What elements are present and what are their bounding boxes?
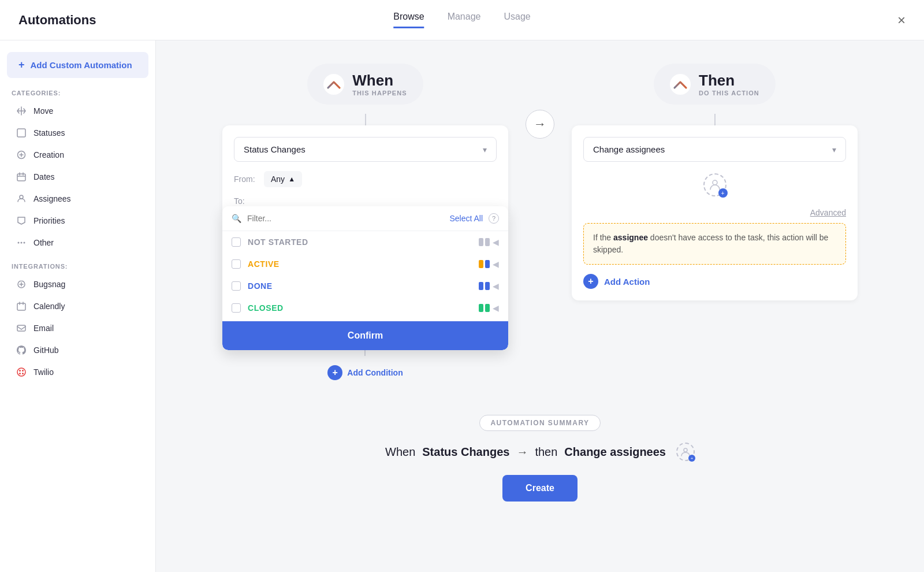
summary-label-wrapper: AUTOMATION SUMMARY [179,415,901,443]
when-panel-header: When THIS HAPPENS [307,64,423,105]
confirm-button[interactable]: Confirm [222,321,508,350]
tab-browse[interactable]: Browse [393,12,424,28]
when-title: When [352,72,407,90]
then-subtitle: DO THIS ACTION [699,90,759,96]
list-item[interactable]: ACTIVE ◀ [222,253,508,275]
from-any-button[interactable]: Any ▲ [264,171,302,187]
when-logo [323,74,344,95]
sidebar-item-assignees-label: Assignees [33,194,71,203]
select-all-button[interactable]: Select All [449,214,483,223]
done-checkbox[interactable] [232,281,241,291]
action-chevron-icon: ▾ [832,145,836,154]
then-panel: Then DO THIS ACTION Change assignees ▾ [572,64,858,300]
add-condition-plus-icon: + [327,365,342,380]
main-content: When THIS HAPPENS Status Changes ▾ From: [156,40,924,572]
connector-line-top [365,114,366,125]
priorities-icon [16,216,27,226]
arrow-connector: → [526,64,554,139]
trigger-select[interactable]: Status Changes ▾ [234,137,497,162]
add-custom-automation-label: Add Custom Automation [31,60,132,70]
tab-manage[interactable]: Manage [448,12,481,28]
dates-icon [16,172,27,182]
trigger-select-label: Status Changes [244,144,305,154]
sidebar-item-assignees[interactable]: Assignees [5,188,151,210]
github-icon [16,345,27,355]
not-started-label: NOT STARTED [248,237,308,247]
summary-trigger: Status Changes [422,445,509,459]
bar [485,238,490,246]
sidebar-item-dates[interactable]: Dates [5,166,151,188]
advanced-link[interactable]: Advanced [583,208,846,217]
dropdown-search-row: 🔍 Select All ? [222,206,508,231]
list-item[interactable]: CLOSED ◀ [222,297,508,319]
list-item[interactable]: NOT STARTED ◀ [222,231,508,253]
from-any-label: Any [271,174,285,184]
create-button[interactable]: Create [502,475,578,502]
action-select[interactable]: Change assignees ▾ [583,137,846,162]
search-input[interactable] [247,214,444,223]
done-bars: ◀ [479,281,499,291]
drag-handle-icon: ◀ [493,281,499,291]
from-chevron-icon: ▲ [288,175,295,183]
list-item[interactable]: DONE ◀ [222,275,508,297]
close-button[interactable]: × [897,12,906,28]
assignee-placeholder: + [583,162,846,208]
svg-point-22 [684,448,687,452]
sidebar-item-twilio[interactable]: Twilio [5,361,151,383]
svg-point-20 [22,373,24,374]
summary-text: When Status Changes → then Change assign… [179,443,901,461]
svg-point-10 [18,242,20,244]
categories-label: CATEGORIES: [0,80,155,100]
warning-box: If the assignee doesn't have access to t… [583,223,846,265]
then-connector-line-top [714,114,716,125]
sidebar-item-move[interactable]: Move [5,100,151,122]
tab-usage[interactable]: Usage [504,12,530,28]
drag-handle-icon: ◀ [493,303,499,313]
bar [479,260,483,268]
sidebar: + Add Custom Automation CATEGORIES: Move… [0,40,156,572]
automation-summary: AUTOMATION SUMMARY When Status Changes →… [179,415,901,502]
active-checkbox[interactable] [232,259,241,269]
creation-icon [16,150,27,160]
plus-icon: + [18,59,25,71]
bar [485,260,490,268]
avatar[interactable]: + [703,173,726,196]
done-label: DONE [248,281,273,291]
summary-text-prefix: When [385,445,415,459]
help-icon[interactable]: ? [489,213,499,224]
svg-point-16 [17,368,25,376]
then-title-group: Then DO THIS ACTION [699,72,759,96]
sidebar-item-github[interactable]: GitHub [5,339,151,361]
closed-checkbox[interactable] [232,303,241,313]
svg-point-8 [20,195,23,199]
when-title-group: When THIS HAPPENS [352,72,407,96]
add-custom-automation-button[interactable]: + Add Custom Automation [7,52,148,78]
sidebar-item-bugsnag[interactable]: Bugsnag [5,273,151,295]
header-tabs: Browse Manage Usage [393,12,530,28]
sidebar-item-priorities[interactable]: Priorities [5,210,151,232]
svg-rect-12 [17,303,25,310]
sidebar-item-statuses[interactable]: Statuses [5,122,151,144]
drag-handle-icon: ◀ [493,237,499,247]
statuses-icon [16,128,27,138]
sidebar-item-priorities-label: Priorities [33,216,65,225]
sidebar-item-bugsnag-label: Bugsnag [33,280,65,289]
add-condition-button[interactable]: + Add Condition [327,365,403,380]
from-row: From: Any ▲ [234,171,497,187]
svg-rect-0 [17,129,25,137]
not-started-bars: ◀ [479,237,499,247]
closed-label: CLOSED [248,303,284,313]
add-action-button[interactable]: + Add Action [583,274,846,289]
sidebar-item-email[interactable]: Email [5,317,151,339]
automation-builder: When THIS HAPPENS Status Changes ▾ From: [222,64,858,380]
not-started-checkbox[interactable] [232,237,241,247]
sidebar-item-creation[interactable]: Creation [5,144,151,166]
sidebar-item-other[interactable]: Other [5,232,151,254]
summary-avatar-plus-icon: + [688,455,695,462]
sidebar-item-dates-label: Dates [33,172,55,181]
drag-handle-icon: ◀ [493,259,499,269]
dropdown-list: NOT STARTED ◀ [222,231,508,319]
when-card: Status Changes ▾ From: Any ▲ To: [222,125,508,217]
sidebar-item-twilio-label: Twilio [33,367,54,377]
sidebar-item-calendly[interactable]: Calendly [5,295,151,317]
